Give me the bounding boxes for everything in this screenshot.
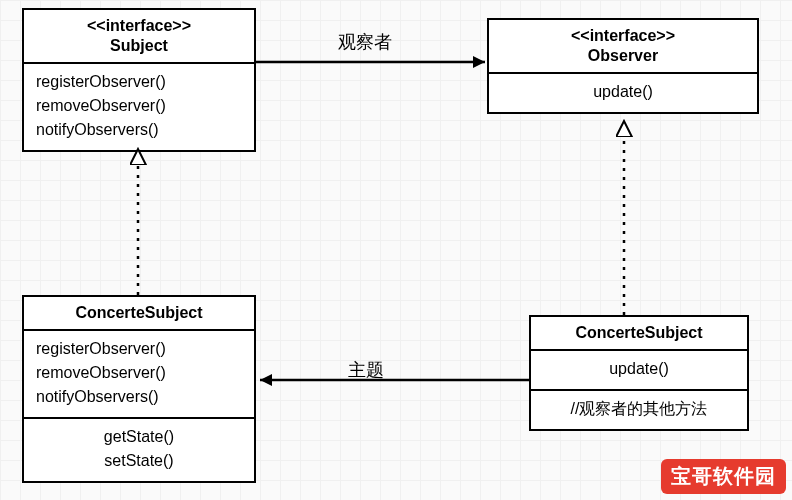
stereotype: <<interface>>: [497, 26, 749, 46]
uml-class-subject: <<interface>> Subject registerObserver()…: [22, 8, 256, 152]
method: setState(): [36, 449, 242, 473]
method: registerObserver(): [36, 70, 242, 94]
method: notifyObservers(): [36, 118, 242, 142]
uml-methods: registerObserver() removeObserver() noti…: [24, 331, 254, 419]
uml-class-observer: <<interface>> Observer update(): [487, 18, 759, 114]
method: removeObserver(): [36, 361, 242, 385]
method: removeObserver(): [36, 94, 242, 118]
uml-methods: update(): [489, 74, 757, 112]
uml-methods: registerObserver() removeObserver() noti…: [24, 64, 254, 150]
uml-title: ConcerteSubject: [531, 317, 747, 351]
class-name: Observer: [497, 46, 749, 66]
uml-title: ConcerteSubject: [24, 297, 254, 331]
method: update(): [501, 80, 745, 104]
label-observer-relation: 观察者: [338, 30, 392, 54]
method: notifyObservers(): [36, 385, 242, 409]
class-name: ConcerteSubject: [539, 323, 739, 343]
watermark-badge: 宝哥软件园: [661, 459, 786, 494]
comment: //观察者的其他方法: [543, 397, 735, 421]
method: update(): [543, 357, 735, 381]
uml-methods-secondary: getState() setState(): [24, 419, 254, 481]
class-name: Subject: [32, 36, 246, 56]
uml-class-concrete-observer: ConcerteSubject update() //观察者的其他方法: [529, 315, 749, 431]
uml-class-concrete-subject: ConcerteSubject registerObserver() remov…: [22, 295, 256, 483]
uml-methods: update(): [531, 351, 747, 391]
label-subject-relation: 主题: [348, 358, 384, 382]
uml-title: <<interface>> Subject: [24, 10, 254, 64]
class-name: ConcerteSubject: [32, 303, 246, 323]
uml-title: <<interface>> Observer: [489, 20, 757, 74]
stereotype: <<interface>>: [32, 16, 246, 36]
method: registerObserver(): [36, 337, 242, 361]
method: getState(): [36, 425, 242, 449]
uml-note: //观察者的其他方法: [531, 391, 747, 429]
